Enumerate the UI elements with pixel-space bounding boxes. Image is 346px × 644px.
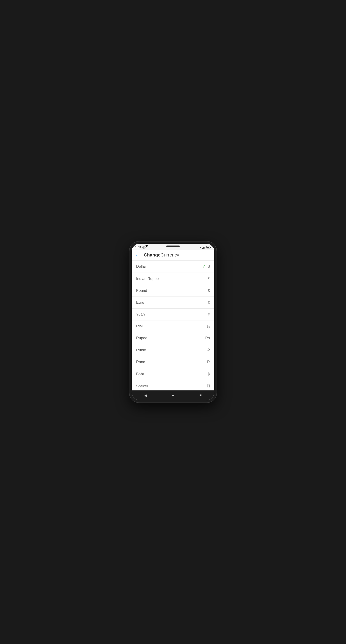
- currency-right: Rs: [205, 336, 210, 340]
- currency-left: Indian Rupee: [136, 276, 159, 281]
- currency-name: Shekel: [136, 384, 148, 388]
- currency-item[interactable]: RandR: [132, 356, 214, 368]
- app-bar: ← ChangeCurrency: [132, 250, 214, 260]
- currency-left: Yuan: [136, 312, 145, 317]
- currency-item[interactable]: Dollar✓$: [132, 260, 214, 273]
- currency-right: ₪: [207, 384, 210, 388]
- nav-recents-button[interactable]: ■: [197, 392, 204, 399]
- currency-name: Pound: [136, 288, 147, 293]
- currency-name: Rand: [136, 360, 145, 364]
- currency-symbol: £: [208, 288, 210, 293]
- currency-right: R: [207, 360, 210, 364]
- currency-item[interactable]: Pound£: [132, 285, 214, 297]
- currency-left: Euro: [136, 300, 144, 305]
- currency-name: Euro: [136, 300, 144, 305]
- settings-icon: [142, 246, 145, 249]
- currency-symbol: ฿: [207, 372, 210, 376]
- signal-icon: [202, 246, 205, 249]
- currency-symbol: ₪: [207, 384, 210, 388]
- currency-item[interactable]: Ruble₽: [132, 344, 214, 356]
- currency-name: Indian Rupee: [136, 276, 159, 281]
- selected-check-icon: ✓: [202, 264, 206, 269]
- currency-symbol: ₽: [207, 348, 210, 352]
- currency-item[interactable]: Yuan¥: [132, 308, 214, 320]
- status-left: 1:53: [135, 246, 145, 249]
- currency-name: Dollar: [136, 264, 146, 269]
- currency-left: Rand: [136, 360, 145, 364]
- wifi-icon: ▾: [200, 246, 201, 249]
- currency-symbol: ¥: [208, 312, 210, 317]
- currency-name: Ruble: [136, 348, 146, 352]
- currency-left: Baht: [136, 372, 144, 376]
- status-right: ▾: [200, 246, 211, 249]
- phone-frame: 1:53 ▾ ←: [129, 242, 217, 402]
- nav-home-button[interactable]: ●: [169, 392, 177, 399]
- phone-screen: 1:53 ▾ ←: [132, 244, 214, 400]
- currency-symbol: ﷼: [206, 324, 210, 328]
- currency-left: Pound: [136, 288, 147, 293]
- currency-left: Ruble: [136, 348, 146, 352]
- currency-symbol: $: [208, 264, 210, 269]
- currency-left: Dollar: [136, 264, 146, 269]
- currency-item[interactable]: RupeeRs: [132, 332, 214, 344]
- app-title-bold: Change: [144, 252, 160, 258]
- currency-name: Rial: [136, 324, 143, 328]
- currency-item[interactable]: Baht฿: [132, 368, 214, 380]
- currency-name: Baht: [136, 372, 144, 376]
- currency-right: €: [208, 300, 210, 305]
- currency-name: Rupee: [136, 336, 147, 340]
- app-title: ChangeCurrency: [144, 252, 179, 258]
- currency-name: Yuan: [136, 312, 145, 317]
- currency-symbol: Rs: [205, 336, 210, 340]
- currency-list[interactable]: Dollar✓$Indian Rupee₹Pound£Euro€Yuan¥Ria…: [132, 260, 214, 390]
- app-title-normal: Currency: [160, 252, 179, 258]
- bottom-nav: ◀ ● ■: [132, 390, 214, 400]
- status-time: 1:53: [135, 246, 141, 249]
- currency-item[interactable]: Rial﷼: [132, 320, 214, 332]
- currency-left: Shekel: [136, 384, 148, 388]
- currency-left: Rial: [136, 324, 143, 328]
- currency-left: Rupee: [136, 336, 147, 340]
- nav-back-button[interactable]: ◀: [142, 392, 149, 399]
- currency-right: ﷼: [206, 324, 210, 328]
- back-button[interactable]: ←: [135, 253, 140, 258]
- currency-item[interactable]: Indian Rupee₹: [132, 273, 214, 285]
- currency-symbol: ₹: [207, 276, 210, 281]
- currency-right: ฿: [207, 372, 210, 376]
- battery-icon: [206, 246, 211, 248]
- currency-right: ₹: [207, 276, 210, 281]
- currency-right: ✓$: [202, 264, 210, 269]
- currency-symbol: €: [208, 300, 210, 305]
- phone-speaker: [166, 246, 180, 247]
- svg-point-0: [143, 247, 144, 248]
- currency-right: £: [208, 288, 210, 293]
- phone-camera: [145, 245, 148, 247]
- currency-item[interactable]: Shekel₪: [132, 380, 214, 390]
- currency-symbol: R: [207, 360, 210, 364]
- currency-right: ¥: [208, 312, 210, 317]
- currency-right: ₽: [207, 348, 210, 352]
- currency-item[interactable]: Euro€: [132, 297, 214, 308]
